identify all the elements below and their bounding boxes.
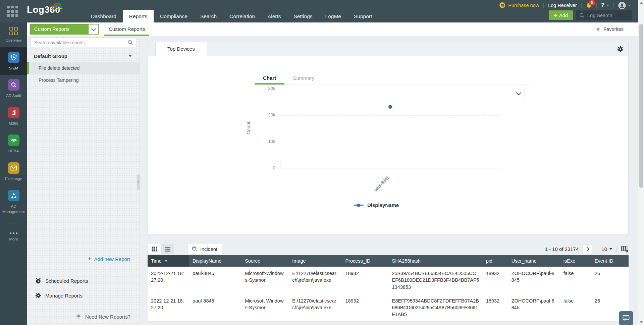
nav-compliance[interactable]: Compliance [154, 10, 194, 22]
add-new-report-label: Add new Report [94, 256, 130, 262]
sidebar-item-label: UEBA [8, 149, 19, 154]
next-page-button[interactable] [583, 244, 592, 254]
help-menu[interactable]: ? [601, 2, 609, 9]
tab-chart[interactable]: Chart [255, 72, 284, 85]
nav-settings[interactable]: Settings [287, 10, 319, 22]
chart-settings-button[interactable] [612, 42, 628, 56]
favorites-button[interactable]: ★ Favorites [595, 22, 624, 36]
sidebar-item-siem[interactable]: SIEM [0, 47, 27, 75]
page-size-value: 10 [601, 246, 607, 252]
column-header-sha256hash[interactable]: SHA256hash [388, 255, 482, 267]
incident-button[interactable]: Incident [187, 244, 222, 254]
manage-reports-link[interactable]: Manage Reports [35, 292, 83, 299]
scheduled-reports-link[interactable]: Scheduled Reports [35, 278, 88, 284]
purchase-now-link[interactable]: Purchase now [499, 2, 539, 8]
chart-collapse-button[interactable] [512, 87, 525, 99]
chat-feedback-button[interactable] [619, 311, 633, 325]
select-chevron[interactable] [88, 24, 98, 34]
report-item-process-tampering[interactable]: Process Tampering [27, 74, 140, 86]
custom-reports-tab[interactable]: Custom Reports [104, 22, 149, 36]
chart-summary-tabs: Chart Summary [255, 72, 530, 85]
divider [581, 3, 582, 8]
need-new-reports-link[interactable]: Need New Reports? [76, 313, 130, 320]
cell-process-id: 18932 [342, 294, 388, 321]
legend-label: DisplayName [367, 202, 399, 208]
module-sidebar: Overview SIEM AD Audit M365 UEBA [0, 22, 27, 325]
topbar-utility-row: Purchase now Log Receiver 5 ? [499, 1, 631, 9]
cell-user-name: ZOHOCORP\paul-8845 [508, 267, 560, 294]
column-header-isexe[interactable]: isExe [560, 255, 591, 267]
add-button[interactable]: + Add [549, 10, 573, 20]
panel-divider [27, 272, 140, 272]
chart-legend[interactable]: DisplayName [266, 202, 486, 208]
caret-down-icon [606, 5, 609, 6]
sidebar-item-exchange[interactable]: Exchange [0, 158, 27, 186]
cell-image: E:\12270\elasticsearch\jre\bin\java.exe [289, 294, 342, 321]
report-search-box[interactable] [30, 38, 136, 47]
sidebar-item-overview[interactable]: Overview [0, 22, 27, 47]
notification-badge: 5 [589, 0, 595, 5]
column-header-process-id[interactable]: Process_ID [342, 255, 388, 267]
sidebar-item-label: AD Management [1, 204, 26, 214]
app-launcher-icon[interactable] [7, 6, 18, 17]
list-view-button[interactable] [161, 244, 174, 254]
column-header-source[interactable]: Source [241, 255, 289, 267]
sidebar-item-more[interactable]: More [0, 228, 27, 246]
table-row[interactable]: 2022-12-21 18:27:20 paul-8845 Microsoft-… [148, 294, 629, 321]
panel-collapse-handle[interactable] [137, 174, 140, 190]
nav-search[interactable]: Search [194, 10, 223, 22]
sidebar-item-m365[interactable]: M365 [0, 103, 27, 130]
cell-displayname: paul-8845 [189, 267, 241, 294]
report-group-header[interactable]: Default Group [27, 51, 140, 61]
top-devices-card: Top Devices Chart Summary Count 30k 20k … [148, 42, 629, 235]
report-search-input[interactable] [34, 40, 128, 46]
notifications-button[interactable]: 5 [586, 2, 592, 9]
caret-down-icon [129, 55, 131, 57]
caret-down-icon [609, 248, 612, 250]
scrollbar-thumb[interactable] [639, 24, 643, 188]
view-toggle [148, 244, 174, 254]
main-nav: Dashboard Reports Compliance Search Corr… [85, 10, 378, 22]
page-size-dropdown[interactable]: 10 [601, 246, 612, 252]
sidebar-item-label: Exchange [5, 176, 22, 182]
nav-reports[interactable]: Reports [123, 10, 154, 22]
scroll-up-arrow[interactable] [638, 0, 644, 6]
nav-alerts[interactable]: Alerts [261, 10, 287, 22]
report-item-file-delete-detected[interactable]: File delete detected [27, 62, 140, 74]
column-header-event-id[interactable]: Event ID [591, 255, 629, 267]
report-category-select[interactable]: Custom Reports [30, 24, 99, 35]
nav-support[interactable]: Support [347, 10, 378, 22]
scroll-down-arrow[interactable] [638, 319, 644, 325]
table-row[interactable]: 2022-12-21 18:27:20 paul-8845 Microsoft-… [148, 267, 629, 294]
need-new-reports-label: Need New Reports? [85, 314, 130, 320]
manage-columns-button[interactable] [621, 246, 629, 253]
column-header-displayname[interactable]: DisplayName [189, 255, 241, 267]
log-receiver-link[interactable]: Log Receiver [548, 3, 577, 8]
column-header-pid[interactable]: pid [483, 255, 508, 267]
sidebar-item-ad-audit[interactable]: AD Audit [0, 75, 27, 103]
nav-logme[interactable]: LogMe [319, 10, 347, 22]
cell-event-id: 26 [591, 267, 629, 294]
sidebar-item-ad-management[interactable]: AD Management [0, 185, 27, 218]
tab-summary[interactable]: Summary [284, 72, 323, 85]
sidebar-item-ueba[interactable]: UEBA [0, 130, 27, 158]
account-menu[interactable] [618, 2, 631, 9]
column-header-time[interactable]: Time [148, 255, 189, 267]
tab-top-devices[interactable]: Top Devices [155, 42, 207, 56]
column-header-image[interactable]: Image [289, 255, 342, 267]
ad-audit-icon [8, 79, 19, 91]
page-scrollbar[interactable] [638, 0, 644, 325]
events-table: Time DisplayName Source Image Process_ID… [148, 255, 629, 322]
add-new-report-link[interactable]: + Add new Report [88, 256, 130, 262]
nav-dashboard[interactable]: Dashboard [85, 10, 123, 22]
column-header-user-name[interactable]: User_name [508, 255, 560, 267]
log-search-input[interactable]: Log Search [576, 10, 632, 20]
chart-data-point[interactable] [388, 105, 392, 109]
cart-icon [499, 2, 505, 8]
nav-correlation[interactable]: Correlation [223, 10, 261, 22]
list-view-icon [165, 247, 170, 252]
log360-logo[interactable]: Log360 [27, 4, 60, 15]
grid-view-button[interactable] [148, 244, 161, 254]
log-search-placeholder: Log Search [587, 13, 612, 18]
sidebar-item-label: M365 [9, 121, 18, 126]
